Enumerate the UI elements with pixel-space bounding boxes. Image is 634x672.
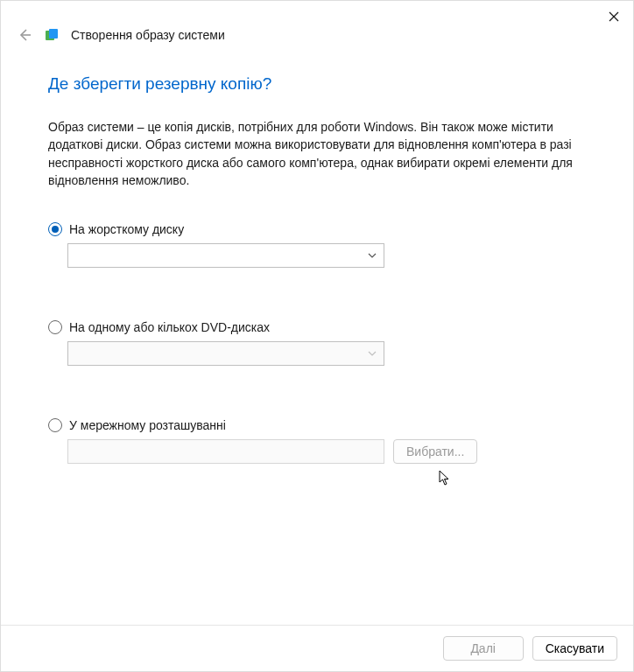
option-dvd: На одному або кількох DVD-дисках (48, 320, 586, 366)
option-hard-disk: На жорсткому диску (48, 222, 586, 268)
label-network[interactable]: У мережному розташуванні (69, 418, 226, 432)
description-text: Образ системи – це копія дисків, потрібн… (48, 118, 574, 189)
label-hard-disk[interactable]: На жорсткому диску (69, 222, 184, 236)
content-area: Де зберегти резервну копію? Образ систем… (1, 46, 633, 625)
app-icon (45, 28, 59, 42)
close-button[interactable] (603, 6, 624, 27)
label-dvd[interactable]: На одному або кількох DVD-дисках (69, 320, 270, 334)
hard-disk-select[interactable] (67, 243, 384, 268)
chevron-down-icon (368, 253, 377, 258)
next-button: Далі (443, 636, 524, 661)
option-network: У мережному розташуванні Вибрати... (48, 418, 586, 464)
back-arrow-icon (17, 27, 32, 43)
close-icon (609, 11, 619, 22)
page-heading: Де зберегти резервну копію? (48, 74, 586, 94)
header-title: Створення образу системи (71, 28, 225, 42)
svg-rect-4 (49, 29, 58, 38)
radio-network[interactable] (48, 418, 62, 432)
radio-dvd[interactable] (48, 320, 62, 334)
dvd-select (67, 341, 384, 366)
cancel-button[interactable]: Скасувати (532, 636, 617, 661)
browse-button: Вибрати... (393, 439, 477, 464)
back-button[interactable] (17, 27, 32, 43)
footer: Далі Скасувати (1, 625, 633, 671)
radio-hard-disk[interactable] (48, 222, 62, 236)
chevron-down-icon (368, 351, 377, 356)
titlebar (1, 1, 633, 27)
header: Створення образу системи (1, 27, 633, 46)
wizard-window: Створення образу системи Де зберегти рез… (0, 0, 634, 672)
network-path-input (67, 439, 384, 464)
